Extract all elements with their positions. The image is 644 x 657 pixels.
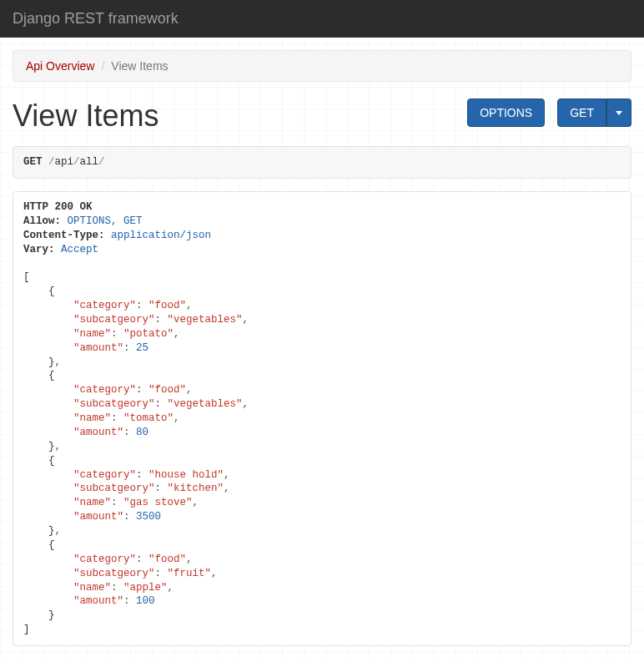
action-buttons: OPTIONS GET	[467, 99, 631, 127]
options-button[interactable]: OPTIONS	[467, 99, 545, 127]
response-body-box: HTTP 200 OK Allow: OPTIONS, GET Content-…	[13, 191, 631, 646]
navbar: Django REST framework	[0, 0, 644, 38]
breadcrumb: Api Overview / View Items	[13, 50, 631, 82]
get-button[interactable]: GET	[557, 99, 606, 127]
navbar-brand[interactable]: Django REST framework	[13, 10, 179, 27]
breadcrumb-current: View Items	[111, 59, 168, 73]
get-dropdown-toggle[interactable]	[606, 99, 631, 127]
request-info-box: GET /api/all/	[13, 146, 631, 179]
chevron-down-icon	[616, 111, 622, 115]
page-title: View Items	[13, 99, 158, 134]
breadcrumb-separator: /	[101, 59, 104, 73]
breadcrumb-root-link[interactable]: Api Overview	[26, 59, 94, 73]
